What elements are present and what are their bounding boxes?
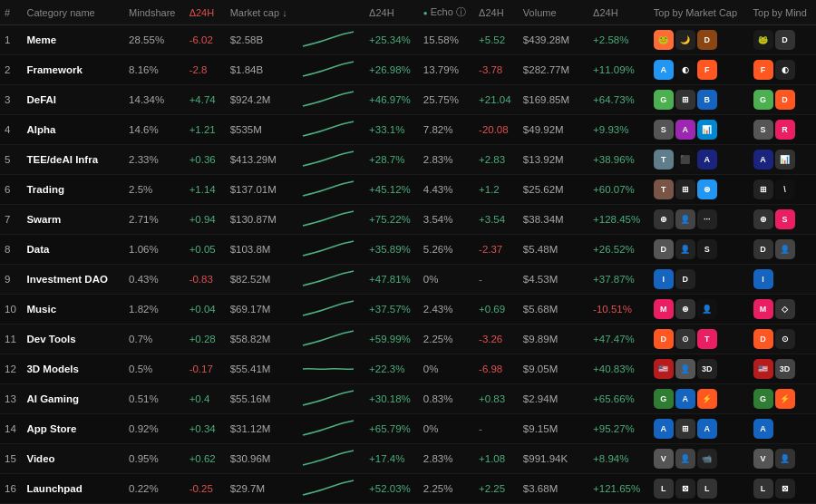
table-row[interactable]: 1Meme28.55%-6.02$2.58B+25.34%15.58%+5.52… (0, 25, 816, 55)
cell-top-marketcap-icons: G⊞B (649, 85, 749, 115)
cell-echo-delta: +0.83 (474, 384, 519, 414)
cell-sparkline (296, 25, 364, 55)
cell-echo: 13.79% (419, 55, 474, 85)
cell-volume: $49.92M (519, 115, 588, 145)
cell-sparkline (296, 265, 364, 295)
cell-top-mind-icons: ⊞\ (749, 175, 816, 205)
cell-top-mind-icons: M◇ (749, 295, 816, 325)
cell-volume-delta: +11.09% (588, 55, 649, 85)
cell-top-mind-icons: ⊕S (749, 205, 816, 235)
table-row[interactable]: 8Data1.06%+0.05$103.8M+35.89%5.26%-2.37$… (0, 235, 816, 265)
cell-volume-delta: +47.47% (588, 325, 649, 354)
cell-top-mind-icons: V👤 (749, 444, 816, 474)
cell-volume-delta: +8.94% (588, 444, 649, 474)
table-row[interactable]: 3DeFAI14.34%+4.74$924.2M+46.97%25.75%+21… (0, 85, 816, 115)
cell-marketcap-delta: +17.4% (364, 444, 419, 474)
cell-top-marketcap-icons: M⊛👤 (649, 295, 749, 325)
cell-mindshare-delta: +0.94 (185, 205, 226, 235)
cell-rank: 16 (0, 474, 22, 504)
col-marketcap: Market cap ↓ (226, 0, 296, 25)
cell-marketcap-delta: +33.1% (364, 115, 419, 145)
cell-category-name: Dev Tools (22, 325, 124, 354)
cell-echo: 0% (419, 265, 474, 295)
table-row[interactable]: 4Alpha14.6%+1.21$535M+33.1%7.82%-20.08$4… (0, 115, 816, 145)
cell-mindshare-delta: +0.05 (185, 235, 226, 265)
col-marketcap-delta: Δ24H (364, 0, 419, 25)
cell-sparkline (296, 325, 364, 354)
table-row[interactable]: 10Music1.82%+0.04$69.17M+37.57%2.43%+0.6… (0, 295, 816, 325)
cell-echo: 0% (419, 354, 474, 384)
cell-echo-delta: +1.08 (474, 444, 519, 474)
cell-mindshare: 0.95% (124, 444, 185, 474)
col-mindshare-delta: Δ24H (185, 0, 226, 25)
table-row[interactable]: 11Dev Tools0.7%+0.28$58.82M+59.99%2.25%-… (0, 325, 816, 354)
cell-top-mind-icons: A (749, 414, 816, 444)
cell-marketcap: $2.58B (226, 25, 296, 55)
cell-sparkline (296, 235, 364, 265)
table-row[interactable]: 9Investment DAO0.43%-0.83$82.52M+47.81%0… (0, 265, 816, 295)
table-row[interactable]: 2Framework8.16%-2.8$1.84B+26.98%13.79%-3… (0, 55, 816, 85)
cell-volume: $5.68M (519, 295, 588, 325)
cell-volume: $9.89M (519, 325, 588, 354)
col-top-marketcap: Top by Market Cap (649, 0, 749, 25)
table-row[interactable]: 14App Store0.92%+0.34$31.12M+65.79%0%-$9… (0, 414, 816, 444)
cell-rank: 14 (0, 414, 22, 444)
cell-category-name: Swarm (22, 205, 124, 235)
table-row[interactable]: 6Trading2.5%+1.14$137.01M+45.12%4.43%+1.… (0, 175, 816, 205)
cell-sparkline (296, 205, 364, 235)
cell-echo-delta: +3.54 (474, 205, 519, 235)
cell-echo-delta: -3.26 (474, 325, 519, 354)
cell-mindshare-delta: -2.8 (185, 55, 226, 85)
cell-rank: 5 (0, 145, 22, 175)
cell-sparkline (296, 354, 364, 384)
cell-top-marketcap-icons: ID (649, 265, 749, 295)
cell-top-mind-icons: 🇺🇸3D (749, 354, 816, 384)
cell-volume: $991.94K (519, 444, 588, 474)
cell-mindshare-delta: +0.28 (185, 325, 226, 354)
table-row[interactable]: 123D Models0.5%-0.17$55.41M+22.3%0%-6.98… (0, 354, 816, 384)
cell-mindshare-delta: +0.34 (185, 414, 226, 444)
cell-sparkline (296, 85, 364, 115)
cell-volume: $5.48M (519, 235, 588, 265)
cell-mindshare: 28.55% (124, 25, 185, 55)
cell-mindshare: 2.5% (124, 175, 185, 205)
cell-echo-delta: -2.37 (474, 235, 519, 265)
cell-volume-delta: +40.83% (588, 354, 649, 384)
table-row[interactable]: 15Video0.95%+0.62$30.96M+17.4%2.83%+1.08… (0, 444, 816, 474)
cell-marketcap: $1.84B (226, 55, 296, 85)
table-row[interactable]: 13AI Gaming0.51%+0.4$55.16M+30.18%0.83%+… (0, 384, 816, 414)
cell-volume-delta: +65.66% (588, 384, 649, 414)
cell-echo: 5.26% (419, 235, 474, 265)
cell-top-mind-icons: G⚡ (749, 384, 816, 414)
category-table: # Category name Mindshare Δ24H Market ca… (0, 0, 816, 504)
cell-echo-delta: - (474, 414, 519, 444)
cell-rank: 8 (0, 235, 22, 265)
cell-sparkline (296, 384, 364, 414)
cell-marketcap-delta: +45.12% (364, 175, 419, 205)
cell-sparkline (296, 414, 364, 444)
cell-volume: $169.85M (519, 85, 588, 115)
cell-marketcap-delta: +65.79% (364, 414, 419, 444)
cell-category-name: 3D Models (22, 354, 124, 384)
cell-marketcap-delta: +22.3% (364, 354, 419, 384)
cell-marketcap: $535M (226, 115, 296, 145)
cell-mindshare: 14.6% (124, 115, 185, 145)
table-row[interactable]: 16Launchpad0.22%-0.25$29.7M+52.03%2.25%+… (0, 474, 816, 504)
cell-volume: $25.62M (519, 175, 588, 205)
cell-category-name: Data (22, 235, 124, 265)
cell-volume-delta: +95.27% (588, 414, 649, 444)
cell-category-name: Alpha (22, 115, 124, 145)
cell-top-mind-icons: SR (749, 115, 816, 145)
cell-rank: 12 (0, 354, 22, 384)
table-row[interactable]: 7Swarm2.71%+0.94$130.87M+75.22%3.54%+3.5… (0, 205, 816, 235)
cell-marketcap: $137.01M (226, 175, 296, 205)
cell-volume: $439.28M (519, 25, 588, 55)
cell-volume-delta: +2.58% (588, 25, 649, 55)
table-row[interactable]: 5TEE/deAI Infra2.33%+0.36$413.29M+28.7%2… (0, 145, 816, 175)
cell-volume: $38.34M (519, 205, 588, 235)
cell-echo-delta: +5.52 (474, 25, 519, 55)
cell-marketcap-delta: +75.22% (364, 205, 419, 235)
cell-volume-delta: +9.93% (588, 115, 649, 145)
cell-marketcap: $55.41M (226, 354, 296, 384)
cell-rank: 11 (0, 325, 22, 354)
